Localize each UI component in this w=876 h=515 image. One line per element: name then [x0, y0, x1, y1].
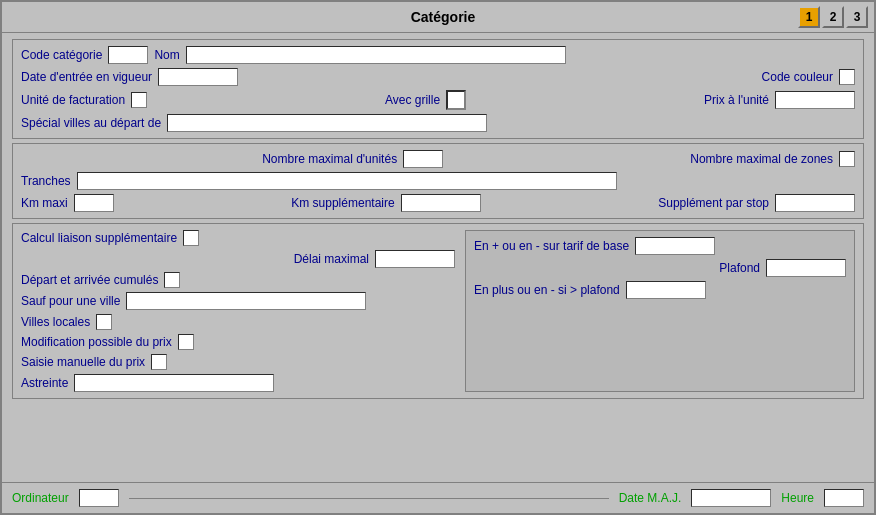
row-plafond: Plafond: [474, 259, 846, 277]
row-astreinte: Astreinte: [21, 374, 455, 392]
row-sauf-ville: Sauf pour une ville: [21, 292, 455, 310]
heure-label: Heure: [781, 491, 814, 505]
row-en-plus: En + ou en - sur tarif de base: [474, 237, 846, 255]
main-content: Code catégorie Nom Date d'entrée en vigu…: [2, 33, 874, 482]
footer: Ordinateur Date M.A.J. Heure: [2, 482, 874, 513]
ordinateur-input[interactable]: [79, 489, 119, 507]
modif-prix-checkbox[interactable]: [178, 334, 194, 350]
section-basic-info: Code catégorie Nom Date d'entrée en vigu…: [12, 39, 864, 139]
row-date-couleur: Date d'entrée en vigueur Code couleur: [21, 68, 855, 86]
tab-button-2[interactable]: 2: [822, 6, 844, 28]
title-buttons: 1 2 3: [798, 6, 868, 28]
km-maxi-input[interactable]: [74, 194, 114, 212]
km-maxi-label: Km maxi: [21, 196, 68, 210]
ordinateur-label: Ordinateur: [12, 491, 69, 505]
row-nb-max: Nombre maximal d'unités Nombre maximal d…: [21, 150, 855, 168]
unite-facturation-checkbox[interactable]: [131, 92, 147, 108]
special-villes-label: Spécial villes au départ de: [21, 116, 161, 130]
row-villes-locales: Villes locales: [21, 314, 455, 330]
nb-max-zones-checkbox[interactable]: [839, 151, 855, 167]
row-calcul-liaison: Calcul liaison supplémentaire: [21, 230, 455, 246]
row-saisie-manuelle: Saisie manuelle du prix: [21, 354, 455, 370]
prix-unite-label: Prix à l'unité: [704, 93, 769, 107]
modif-prix-label: Modification possible du prix: [21, 335, 172, 349]
nom-input[interactable]: [186, 46, 566, 64]
km-supp-label: Km supplémentaire: [291, 196, 394, 210]
nb-max-unites-input[interactable]: [403, 150, 443, 168]
tranches-label: Tranches: [21, 174, 71, 188]
tranches-input[interactable]: [77, 172, 617, 190]
depart-arrivee-label: Départ et arrivée cumulés: [21, 273, 158, 287]
km-supp-input[interactable]: [401, 194, 481, 212]
depart-arrivee-checkbox[interactable]: [164, 272, 180, 288]
astreinte-label: Astreinte: [21, 376, 68, 390]
date-entree-input[interactable]: [158, 68, 238, 86]
nb-max-zones-label: Nombre maximal de zones: [690, 152, 833, 166]
inner-box-tarif: En + ou en - sur tarif de base Plafond E…: [465, 230, 855, 392]
row-unite-grille-prix: Unité de facturation Avec grille Prix à …: [21, 90, 855, 110]
main-window: Catégorie 1 2 3 Code catégorie Nom Date …: [0, 0, 876, 515]
delai-maximal-label: Délai maximal: [294, 252, 369, 266]
date-maj-input[interactable]: [691, 489, 771, 507]
calcul-liaison-checkbox[interactable]: [183, 230, 199, 246]
row-depart-arrivee: Départ et arrivée cumulés: [21, 272, 455, 288]
section-tranches: Nombre maximal d'unités Nombre maximal d…: [12, 143, 864, 219]
row-code-nom: Code catégorie Nom: [21, 46, 855, 64]
nom-label: Nom: [154, 48, 179, 62]
en-plus-label: En + ou en - sur tarif de base: [474, 239, 629, 253]
code-categorie-label: Code catégorie: [21, 48, 102, 62]
supplement-stop-label: Supplément par stop: [658, 196, 769, 210]
calcul-liaison-label: Calcul liaison supplémentaire: [21, 231, 177, 245]
row-en-plus-plafond: En plus ou en - si > plafond: [474, 281, 846, 299]
avec-grille-checkbox[interactable]: [446, 90, 466, 110]
code-categorie-input[interactable]: [108, 46, 148, 64]
code-couleur-checkbox[interactable]: [839, 69, 855, 85]
tab-button-3[interactable]: 3: [846, 6, 868, 28]
row-modif-prix: Modification possible du prix: [21, 334, 455, 350]
unite-facturation-label: Unité de facturation: [21, 93, 125, 107]
saisie-manuelle-checkbox[interactable]: [151, 354, 167, 370]
code-couleur-label: Code couleur: [762, 70, 833, 84]
tab-button-1[interactable]: 1: [798, 6, 820, 28]
plafond-label: Plafond: [719, 261, 760, 275]
villes-locales-checkbox[interactable]: [96, 314, 112, 330]
date-maj-label: Date M.A.J.: [619, 491, 682, 505]
date-entree-label: Date d'entrée en vigueur: [21, 70, 152, 84]
prix-unite-input[interactable]: [775, 91, 855, 109]
villes-locales-label: Villes locales: [21, 315, 90, 329]
delai-maximal-input[interactable]: [375, 250, 455, 268]
sauf-ville-label: Sauf pour une ville: [21, 294, 120, 308]
title-bar: Catégorie 1 2 3: [2, 2, 874, 33]
section-calcul: Calcul liaison supplémentaire Délai maxi…: [12, 223, 864, 399]
window-title: Catégorie: [88, 9, 798, 25]
sauf-ville-input[interactable]: [126, 292, 366, 310]
row-km: Km maxi Km supplémentaire Supplément par…: [21, 194, 855, 212]
heure-input[interactable]: [824, 489, 864, 507]
special-villes-input[interactable]: [167, 114, 487, 132]
nb-max-unites-label: Nombre maximal d'unités: [262, 152, 397, 166]
plafond-input[interactable]: [766, 259, 846, 277]
saisie-manuelle-label: Saisie manuelle du prix: [21, 355, 145, 369]
en-plus-input[interactable]: [635, 237, 715, 255]
avec-grille-label: Avec grille: [385, 93, 440, 107]
row-delai-maximal: Délai maximal: [21, 250, 455, 268]
supplement-stop-input[interactable]: [775, 194, 855, 212]
en-plus-plafond-input[interactable]: [626, 281, 706, 299]
row-special-villes: Spécial villes au départ de: [21, 114, 855, 132]
row-tranches: Tranches: [21, 172, 855, 190]
astreinte-input[interactable]: [74, 374, 274, 392]
en-plus-plafond-label: En plus ou en - si > plafond: [474, 283, 620, 297]
